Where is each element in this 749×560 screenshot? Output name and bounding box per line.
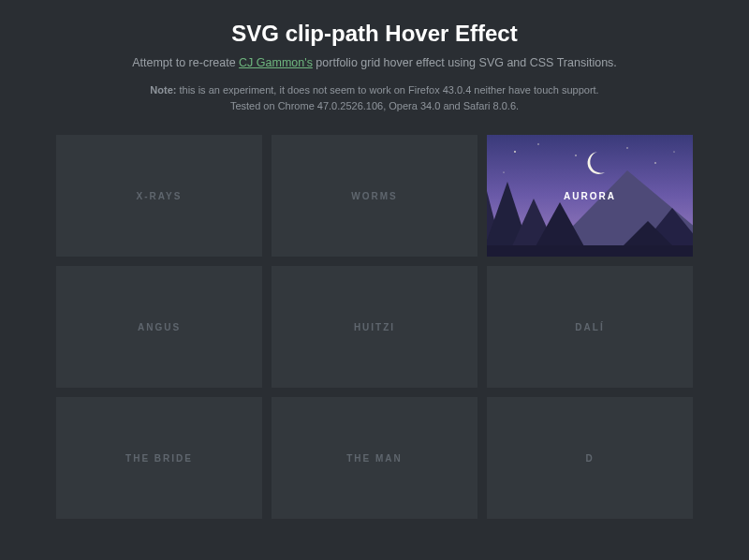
svg-point-5 bbox=[654, 162, 656, 164]
grid-card-theman[interactable]: THE MAN bbox=[272, 397, 477, 519]
card-label: X-RAYS bbox=[137, 191, 183, 201]
page: SVG clip-path Hover Effect Attempt to re… bbox=[0, 0, 749, 560]
card-label: THE MAN bbox=[346, 453, 403, 464]
grid-card-d[interactable]: D bbox=[487, 397, 693, 519]
grid-card-worms[interactable]: WORMS bbox=[272, 135, 477, 257]
grid-card-angus[interactable]: ANGUS bbox=[56, 266, 262, 388]
card-label: THE BRIDE bbox=[125, 453, 193, 464]
card-label: HUITZI bbox=[354, 322, 395, 332]
svg-point-6 bbox=[673, 151, 674, 152]
svg-point-7 bbox=[503, 171, 504, 172]
card-label: WORMS bbox=[351, 191, 397, 201]
svg-rect-15 bbox=[487, 245, 693, 257]
svg-point-2 bbox=[537, 143, 538, 144]
note-line2: Tested on Chrome 47.0.2526.106, Opera 34… bbox=[230, 100, 519, 111]
note-label: Note: bbox=[150, 84, 176, 96]
card-label: ANGUS bbox=[138, 322, 181, 332]
note: Note: this is an experiment, it does not… bbox=[56, 82, 693, 114]
card-label: DALÍ bbox=[575, 322, 604, 332]
grid-card-aurora[interactable]: AURORA bbox=[487, 135, 693, 257]
note-line1: this is an experiment, it does not seem … bbox=[176, 84, 598, 96]
grid-card-huitzi[interactable]: HUITZI bbox=[272, 266, 477, 388]
svg-point-3 bbox=[575, 155, 577, 156]
card-label: D bbox=[585, 453, 594, 464]
grid-card-xrays[interactable]: X-RAYS bbox=[56, 135, 262, 257]
page-title: SVG clip-path Hover Effect bbox=[56, 21, 693, 47]
svg-point-1 bbox=[514, 151, 516, 153]
subtitle-before: Attempt to re-create bbox=[132, 56, 239, 69]
svg-point-4 bbox=[626, 147, 627, 148]
subtitle-after: portfolio grid hover effect using SVG an… bbox=[313, 56, 617, 69]
portfolio-grid: X-RAYS WORMS bbox=[56, 135, 693, 519]
card-label: AURORA bbox=[564, 191, 616, 201]
grid-card-thebride[interactable]: THE BRIDE bbox=[56, 397, 262, 519]
author-link[interactable]: CJ Gammon's bbox=[239, 56, 313, 69]
grid-card-dali[interactable]: DALÍ bbox=[487, 266, 693, 388]
subtitle: Attempt to re-create CJ Gammon's portfol… bbox=[56, 56, 693, 69]
